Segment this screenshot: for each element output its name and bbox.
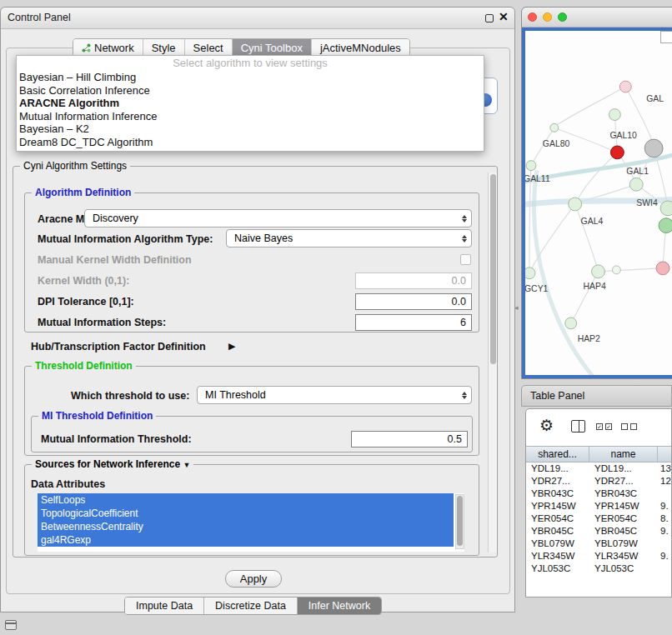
network-canvas-svg[interactable]: GALGAL80GAL10GAL11GAL1SWI4GAL4GCY1HAP4HA… <box>525 31 672 375</box>
tab-label: Network <box>94 42 134 54</box>
kernel-width-input[interactable]: 0.0 <box>355 272 472 289</box>
table-row[interactable]: YBR043CYBR043C <box>526 488 671 500</box>
network-edge[interactable] <box>573 272 599 321</box>
column-header-shared[interactable]: shared... <box>526 447 589 462</box>
tab-network[interactable]: Network <box>73 39 143 56</box>
network-node[interactable] <box>565 318 577 329</box>
table-toolbar: ⚙ ✓✓ <box>526 409 671 446</box>
table-panel-window: ⚙ ✓✓ shared... name YDL19...YDL19...13YD… <box>525 408 672 598</box>
network-window-titlebar[interactable] <box>522 8 672 28</box>
network-edge[interactable] <box>577 152 618 202</box>
select-all-icon[interactable]: ✓✓ <box>596 423 612 430</box>
tab-label: Select <box>193 42 223 54</box>
network-node[interactable] <box>610 146 624 159</box>
network-node[interactable] <box>592 265 605 278</box>
restore-panel-icon[interactable] <box>5 620 17 630</box>
which-threshold-select[interactable]: MI Threshold <box>197 386 472 404</box>
table-row[interactable]: YJL053CYJL053C <box>526 562 671 575</box>
column-header-extra[interactable] <box>658 447 671 462</box>
mi-threshold-input[interactable]: 0.5 <box>351 431 468 448</box>
mi-type-select[interactable]: Naive Bayes <box>226 229 472 248</box>
table-row[interactable]: YDR27...YDR27...12 <box>526 475 671 488</box>
table-row[interactable]: YDL19...YDL19...13 <box>526 462 671 475</box>
tab-select[interactable]: Select <box>185 39 233 56</box>
attribute-item[interactable]: TopologicalCoefficient <box>38 507 454 520</box>
tab-style[interactable]: Style <box>143 39 185 56</box>
minimize-traffic-light-icon[interactable] <box>543 12 552 22</box>
algorithm-option[interactable]: Bayesian – Hill Climbing <box>17 71 484 84</box>
network-edge[interactable] <box>575 204 598 268</box>
network-node-label: HAP4 <box>584 282 606 292</box>
algorithm-option[interactable]: ARACNE Algorithm <box>17 97 484 110</box>
attributes-scrollbar[interactable] <box>455 494 464 549</box>
manual-kernel-checkbox[interactable] <box>460 254 471 265</box>
network-node[interactable] <box>612 266 620 274</box>
deselect-all-icon[interactable] <box>621 423 637 430</box>
table-cell: YBR045C <box>526 525 589 538</box>
apply-button[interactable]: Apply <box>225 570 282 588</box>
network-node[interactable] <box>619 81 631 92</box>
table-cell: YER054C <box>589 512 658 525</box>
table-row[interactable]: YPR145WYPR145W9. <box>526 500 671 512</box>
hub-collapsed-arrow-icon[interactable]: ▶ <box>228 341 235 352</box>
network-node[interactable] <box>550 123 559 132</box>
table-row[interactable]: YBL079WYBL079W <box>526 538 671 550</box>
splitter-collapse-icon[interactable]: ◂ <box>514 303 519 312</box>
close-traffic-light-icon[interactable] <box>528 12 537 22</box>
table-panel-titlebar[interactable]: Table Panel <box>521 385 672 407</box>
network-node[interactable] <box>659 218 672 233</box>
data-attributes-list[interactable]: SelfLoopsTopologicalCoefficientBetweenne… <box>38 493 464 552</box>
network-node[interactable] <box>660 201 672 216</box>
dropdown-placeholder: Select algorithm to view settings <box>17 56 484 71</box>
algorithm-option[interactable]: Mutual Information Inference <box>17 110 484 123</box>
network-node[interactable] <box>656 262 669 275</box>
columns-icon[interactable] <box>571 420 585 432</box>
network-canvas[interactable]: GALGAL80GAL10GAL11GAL1SWI4GAL4GCY1HAP4HA… <box>522 28 672 378</box>
sources-expanded-arrow-icon[interactable]: ▼ <box>183 461 190 469</box>
tab-jactivemnodules[interactable]: jActiveMNodules <box>312 39 409 56</box>
control-panel-titlebar[interactable]: Control Panel ✕ <box>1 8 514 29</box>
sources-group-title[interactable]: Sources for Network Inference ▼ <box>32 458 193 470</box>
gear-icon[interactable]: ⚙ <box>539 417 554 435</box>
network-node[interactable] <box>629 178 643 191</box>
aracne-mode-select[interactable]: Discovery <box>84 209 472 228</box>
network-node[interactable] <box>525 268 535 279</box>
close-window-icon[interactable]: ✕ <box>499 10 509 23</box>
cyni-mode-tabs: Impute DataDiscretize DataInfer Network <box>124 597 382 615</box>
bottom-tab-impute-data[interactable]: Impute Data <box>125 598 204 614</box>
network-edge[interactable] <box>599 268 661 272</box>
table-row[interactable]: YLR345WYLR345W9. <box>526 550 671 562</box>
attribute-item[interactable]: gal4RGexp <box>38 533 454 547</box>
network-node[interactable] <box>569 198 582 211</box>
table-row[interactable]: YER054CYER054C8. <box>526 512 671 525</box>
network-node[interactable] <box>526 161 536 171</box>
bottom-tab-infer-network[interactable]: Infer Network <box>298 598 381 614</box>
algorithm-dropdown-list: Select algorithm to view settings Bayesi… <box>16 55 484 152</box>
zoom-traffic-light-icon[interactable] <box>558 12 567 22</box>
algorithm-option[interactable]: Dream8 DC_TDC Algorithm <box>17 136 484 149</box>
attribute-item[interactable]: SelfLoops <box>38 493 454 507</box>
tab-label: Style <box>152 42 176 54</box>
settings-scrollbar-thumb[interactable] <box>490 174 496 364</box>
attributes-scrollbar-thumb[interactable] <box>457 496 463 546</box>
table-cell: YBR043C <box>589 488 658 500</box>
mi-threshold-definition-title: MI Threshold Definition <box>38 410 156 422</box>
mi-steps-input[interactable]: 6 <box>355 314 472 331</box>
network-node-label: GAL11 <box>525 174 550 183</box>
algorithm-option[interactable]: Basic Correlation Inference <box>17 84 484 98</box>
algorithm-option[interactable]: Bayesian – K2 <box>17 122 484 136</box>
network-node[interactable] <box>609 109 620 121</box>
attribute-item[interactable]: BetweennessCentrality <box>38 520 454 533</box>
dpi-tolerance-input[interactable]: 0.0 <box>355 293 472 310</box>
network-node[interactable] <box>644 139 663 158</box>
table-cell: YBL079W <box>589 538 658 550</box>
bottom-tab-discretize-data[interactable]: Discretize Data <box>204 598 298 614</box>
tab-cyni-toolbox[interactable]: Cyni Toolbox <box>233 39 312 56</box>
column-header-name[interactable]: name <box>589 447 658 462</box>
settings-scrollbar[interactable] <box>488 172 497 552</box>
float-window-icon[interactable] <box>485 14 494 22</box>
table-row[interactable]: YBR045CYBR045C9. <box>526 525 671 538</box>
network-node-label: GAL4 <box>581 217 604 226</box>
hub-section-label[interactable]: Hub/Transcription Factor Definition <box>31 341 206 352</box>
network-node-label: GAL10 <box>609 131 637 140</box>
